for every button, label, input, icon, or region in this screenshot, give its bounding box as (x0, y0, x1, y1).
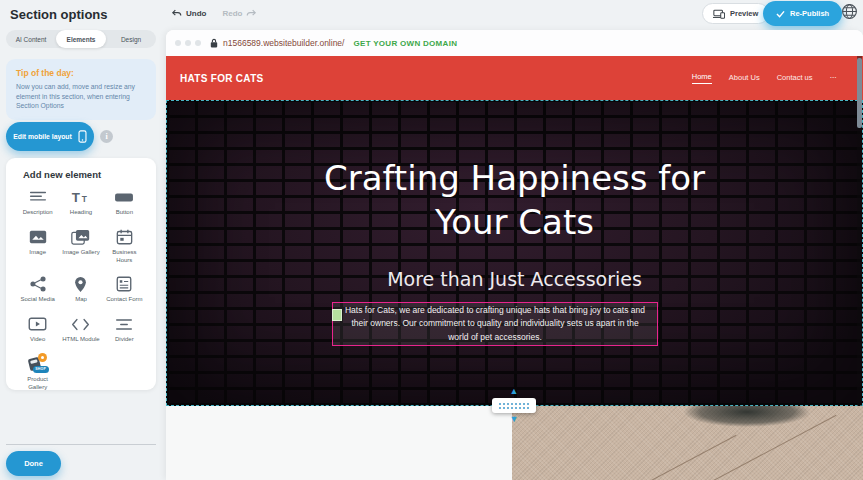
button-icon (114, 188, 134, 206)
element-label: Heading (70, 209, 92, 217)
phone-icon (78, 130, 87, 143)
panel-divider (6, 444, 156, 445)
video-icon (28, 315, 47, 333)
element-label: Social Media (20, 296, 54, 304)
undo-icon (172, 9, 182, 18)
element-label: Business Hours (104, 249, 144, 265)
element-label: Product Gallery (18, 376, 58, 392)
site-preview-window: n1566589.websitebuilder.online/ GET YOUR… (166, 30, 863, 480)
element-image[interactable]: Image (16, 228, 59, 265)
info-icon[interactable]: i (100, 130, 113, 143)
preview-scrollbar[interactable] (857, 56, 862, 406)
redo-label: Redo (222, 9, 242, 18)
undo-redo-group: Undo Redo (172, 9, 256, 18)
nav-contact-us[interactable]: Contact us (777, 73, 813, 84)
svg-text:T: T (72, 190, 80, 205)
resize-arrow-down-icon: ▼ (510, 415, 519, 424)
preview-button[interactable]: Preview (702, 3, 769, 24)
done-label: Done (24, 459, 43, 468)
element-label: Description (23, 209, 53, 217)
nav-home[interactable]: Home (692, 72, 712, 84)
shop-badge: SHOP (33, 366, 49, 373)
element-product-gallery[interactable]: SHOP Product Gallery (16, 355, 59, 392)
devices-icon (713, 9, 725, 19)
check-icon (776, 10, 785, 18)
republish-label: Re-Publish (790, 9, 829, 18)
add-element-card: Add new element Description TT Heading B… (6, 158, 156, 390)
undo-button[interactable]: Undo (172, 9, 206, 18)
language-globe-button[interactable] (841, 3, 858, 20)
hero-paragraph-selected[interactable]: Hats for Cats, we are dedicated to craft… (332, 302, 658, 346)
redo-button[interactable]: Redo (222, 9, 256, 18)
html-module-icon (71, 315, 90, 333)
republish-button[interactable]: Re-Publish (763, 1, 842, 26)
app-window: Section options Undo Redo Preview (0, 0, 863, 480)
resize-arrow-up-icon: ▲ (510, 387, 519, 396)
element-heading[interactable]: TT Heading (59, 188, 102, 217)
divider-icon (115, 315, 133, 333)
get-your-own-domain-link[interactable]: GET YOUR OWN DOMAIN (353, 39, 457, 48)
nav-more-icon[interactable]: ⋯ (830, 73, 838, 84)
site-logo[interactable]: HATS FOR CATS (180, 73, 264, 84)
tab-elements[interactable]: Elements (56, 30, 106, 48)
tab-elements-label: Elements (67, 36, 96, 43)
hero-subheading[interactable]: More than Just Accessories (166, 268, 863, 290)
hero-heading[interactable]: Crafting Happiness for Your Cats (285, 100, 745, 244)
heading-icon: TT (71, 188, 91, 206)
tab-design[interactable]: Design (106, 30, 156, 48)
lock-icon (210, 38, 218, 48)
element-social-media[interactable]: Social Media (16, 275, 59, 304)
element-label: Map (75, 296, 87, 304)
element-divider[interactable]: Divider (103, 315, 146, 344)
done-button[interactable]: Done (6, 451, 61, 476)
scrollbar-thumb[interactable] (857, 58, 862, 128)
element-business-hours[interactable]: Business Hours (103, 228, 146, 265)
element-label: Image (29, 249, 46, 257)
element-video[interactable]: Video (16, 315, 59, 344)
address-url: n1566589.websitebuilder.online/ (223, 38, 344, 48)
nav-about-us[interactable]: About Us (729, 73, 760, 84)
element-map[interactable]: Map (59, 275, 102, 304)
element-label: HTML Module (62, 336, 99, 344)
product-gallery-icon: SHOP (27, 355, 49, 373)
element-contact-form[interactable]: Contact Form (103, 275, 146, 304)
tab-ai-content-label: AI Content (16, 36, 47, 43)
resize-grip-dots (498, 402, 530, 410)
element-description[interactable]: Description (16, 188, 59, 217)
add-element-title: Add new element (23, 169, 146, 180)
section-resize-handle[interactable]: ▲ ▼ (492, 398, 536, 413)
tab-ai-content[interactable]: AI Content (6, 30, 56, 48)
element-drag-handle[interactable] (332, 309, 342, 321)
preview-label: Preview (730, 9, 758, 18)
element-label: Contact Form (106, 296, 142, 304)
element-label: Button (116, 209, 133, 217)
window-dot (195, 40, 201, 46)
edit-mobile-layout-button[interactable]: Edit mobile layout (6, 122, 94, 151)
tip-body: Now you can add, move and resize any ele… (16, 82, 146, 111)
undo-label: Undo (186, 9, 206, 18)
image-gallery-icon (71, 228, 90, 246)
page-title: Section options (10, 7, 108, 22)
site-canvas: HATS FOR CATS Home About Us Contact us ⋯… (166, 56, 863, 480)
element-label: Divider (115, 336, 134, 344)
social-media-icon (30, 275, 46, 293)
carpet-image (512, 406, 863, 480)
hero-section-selected[interactable]: Crafting Happiness for Your Cats More th… (166, 100, 863, 406)
window-controls (175, 40, 201, 46)
element-label: Image Gallery (62, 249, 99, 257)
tab-design-label: Design (121, 36, 141, 43)
window-dot (175, 40, 181, 46)
map-icon (74, 275, 87, 293)
carpet-seam (704, 415, 837, 480)
element-image-gallery[interactable]: Image Gallery (59, 228, 102, 265)
panel-tabs: AI Content Elements Design (6, 30, 156, 48)
hero-paragraph-text: Hats for Cats, we are dedicated to craft… (341, 304, 649, 344)
element-button[interactable]: Button (103, 188, 146, 217)
element-grid: Description TT Heading Button Image (16, 188, 146, 392)
element-html-module[interactable]: HTML Module (59, 315, 102, 344)
contact-form-icon (116, 275, 132, 293)
price-tag-badge-icon (38, 353, 47, 362)
browser-chrome: n1566589.websitebuilder.online/ GET YOUR… (166, 30, 863, 56)
tip-of-the-day-card: Tip of the day: Now you can add, move an… (6, 59, 156, 120)
site-header: HATS FOR CATS Home About Us Contact us ⋯ (166, 56, 863, 100)
